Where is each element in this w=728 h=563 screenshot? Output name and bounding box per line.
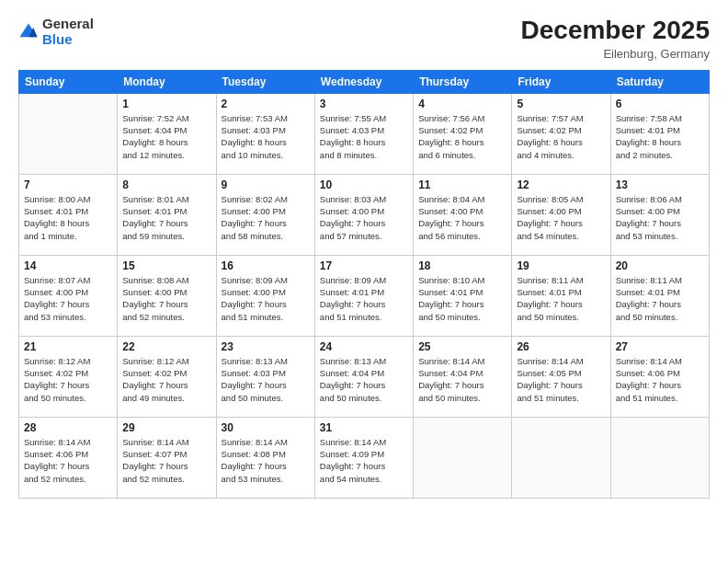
calendar-cell: 6Sunrise: 7:58 AMSunset: 4:01 PMDaylight… bbox=[610, 93, 709, 174]
day-info: Sunrise: 7:55 AMSunset: 4:03 PMDaylight:… bbox=[320, 112, 408, 161]
day-number: 22 bbox=[122, 340, 210, 353]
day-number: 11 bbox=[418, 178, 506, 191]
day-info: Sunrise: 8:03 AMSunset: 4:00 PMDaylight:… bbox=[320, 193, 408, 242]
day-number: 13 bbox=[616, 178, 704, 191]
day-info: Sunrise: 8:12 AMSunset: 4:02 PMDaylight:… bbox=[122, 355, 210, 404]
day-number: 8 bbox=[122, 178, 210, 191]
calendar-cell: 16Sunrise: 8:09 AMSunset: 4:00 PMDayligh… bbox=[216, 255, 314, 336]
location: Eilenburg, Germany bbox=[521, 47, 710, 61]
calendar-week-row: 1Sunrise: 7:52 AMSunset: 4:04 PMDaylight… bbox=[19, 93, 710, 174]
day-info: Sunrise: 8:14 AMSunset: 4:06 PMDaylight:… bbox=[24, 436, 112, 485]
calendar-cell: 28Sunrise: 8:14 AMSunset: 4:06 PMDayligh… bbox=[19, 417, 118, 498]
day-info: Sunrise: 8:05 AMSunset: 4:00 PMDaylight:… bbox=[517, 193, 605, 242]
day-number: 10 bbox=[320, 178, 408, 191]
calendar-cell: 15Sunrise: 8:08 AMSunset: 4:00 PMDayligh… bbox=[118, 255, 216, 336]
day-number: 2 bbox=[222, 98, 310, 110]
logo: General Blue bbox=[18, 17, 94, 47]
day-info: Sunrise: 8:08 AMSunset: 4:00 PMDaylight:… bbox=[122, 274, 210, 323]
day-info: Sunrise: 8:01 AMSunset: 4:01 PMDaylight:… bbox=[122, 193, 210, 242]
day-info: Sunrise: 8:02 AMSunset: 4:00 PMDaylight:… bbox=[222, 193, 310, 242]
day-number: 30 bbox=[222, 421, 310, 434]
day-info: Sunrise: 7:56 AMSunset: 4:02 PMDaylight:… bbox=[418, 112, 506, 161]
calendar-cell: 29Sunrise: 8:14 AMSunset: 4:07 PMDayligh… bbox=[118, 417, 216, 498]
calendar-cell: 7Sunrise: 8:00 AMSunset: 4:01 PMDaylight… bbox=[19, 174, 118, 255]
calendar-week-row: 21Sunrise: 8:12 AMSunset: 4:02 PMDayligh… bbox=[19, 336, 710, 417]
day-info: Sunrise: 7:52 AMSunset: 4:04 PMDaylight:… bbox=[122, 112, 210, 161]
day-info: Sunrise: 8:09 AMSunset: 4:00 PMDaylight:… bbox=[222, 274, 310, 323]
calendar-cell: 23Sunrise: 8:13 AMSunset: 4:03 PMDayligh… bbox=[216, 336, 314, 417]
calendar-cell: 1Sunrise: 7:52 AMSunset: 4:04 PMDaylight… bbox=[118, 93, 216, 174]
day-number: 18 bbox=[418, 259, 506, 272]
day-info: Sunrise: 8:11 AMSunset: 4:01 PMDaylight:… bbox=[616, 274, 704, 323]
calendar-cell: 11Sunrise: 8:04 AMSunset: 4:00 PMDayligh… bbox=[414, 174, 512, 255]
calendar-cell: 24Sunrise: 8:13 AMSunset: 4:04 PMDayligh… bbox=[314, 336, 413, 417]
day-info: Sunrise: 8:14 AMSunset: 4:05 PMDaylight:… bbox=[517, 355, 605, 404]
day-info: Sunrise: 8:13 AMSunset: 4:04 PMDaylight:… bbox=[320, 355, 408, 404]
calendar-cell bbox=[512, 417, 610, 498]
weekday-header-row: SundayMondayTuesdayWednesdayThursdayFrid… bbox=[19, 70, 710, 93]
calendar-cell bbox=[610, 417, 709, 498]
day-info: Sunrise: 8:09 AMSunset: 4:01 PMDaylight:… bbox=[320, 274, 408, 323]
calendar-week-row: 28Sunrise: 8:14 AMSunset: 4:06 PMDayligh… bbox=[19, 417, 710, 498]
day-info: Sunrise: 8:14 AMSunset: 4:04 PMDaylight:… bbox=[418, 355, 506, 404]
day-info: Sunrise: 8:14 AMSunset: 4:06 PMDaylight:… bbox=[616, 355, 704, 404]
day-number: 27 bbox=[616, 340, 704, 353]
day-number: 14 bbox=[24, 259, 112, 272]
calendar-cell: 9Sunrise: 8:02 AMSunset: 4:00 PMDaylight… bbox=[216, 174, 314, 255]
weekday-header: Monday bbox=[118, 70, 216, 93]
calendar-week-row: 7Sunrise: 8:00 AMSunset: 4:01 PMDaylight… bbox=[19, 174, 710, 255]
logo-icon bbox=[18, 22, 39, 42]
calendar-cell bbox=[19, 93, 118, 174]
day-number: 31 bbox=[320, 421, 408, 434]
day-number: 25 bbox=[418, 340, 506, 353]
calendar-cell: 20Sunrise: 8:11 AMSunset: 4:01 PMDayligh… bbox=[610, 255, 709, 336]
day-number: 6 bbox=[616, 98, 704, 110]
day-info: Sunrise: 8:10 AMSunset: 4:01 PMDaylight:… bbox=[418, 274, 506, 323]
logo-text: General Blue bbox=[42, 17, 94, 47]
day-number: 1 bbox=[122, 98, 210, 110]
day-info: Sunrise: 7:53 AMSunset: 4:03 PMDaylight:… bbox=[222, 112, 310, 161]
calendar-cell: 18Sunrise: 8:10 AMSunset: 4:01 PMDayligh… bbox=[414, 255, 512, 336]
day-number: 26 bbox=[517, 340, 605, 353]
weekday-header: Tuesday bbox=[216, 70, 314, 93]
calendar-cell bbox=[414, 417, 512, 498]
header: General Blue December 2025 Eilenburg, Ge… bbox=[18, 17, 710, 61]
calendar-cell: 3Sunrise: 7:55 AMSunset: 4:03 PMDaylight… bbox=[314, 93, 413, 174]
day-number: 3 bbox=[320, 98, 408, 110]
calendar-cell: 13Sunrise: 8:06 AMSunset: 4:00 PMDayligh… bbox=[610, 174, 709, 255]
day-info: Sunrise: 7:58 AMSunset: 4:01 PMDaylight:… bbox=[616, 112, 704, 161]
day-number: 17 bbox=[320, 259, 408, 272]
calendar-cell: 2Sunrise: 7:53 AMSunset: 4:03 PMDaylight… bbox=[216, 93, 314, 174]
title-block: December 2025 Eilenburg, Germany bbox=[521, 17, 710, 61]
calendar-cell: 25Sunrise: 8:14 AMSunset: 4:04 PMDayligh… bbox=[414, 336, 512, 417]
day-info: Sunrise: 8:14 AMSunset: 4:08 PMDaylight:… bbox=[222, 436, 310, 485]
month-title: December 2025 bbox=[521, 17, 710, 45]
calendar-week-row: 14Sunrise: 8:07 AMSunset: 4:00 PMDayligh… bbox=[19, 255, 710, 336]
day-number: 21 bbox=[24, 340, 112, 353]
day-number: 15 bbox=[122, 259, 210, 272]
calendar-cell: 22Sunrise: 8:12 AMSunset: 4:02 PMDayligh… bbox=[118, 336, 216, 417]
day-info: Sunrise: 8:14 AMSunset: 4:07 PMDaylight:… bbox=[122, 436, 210, 485]
calendar-cell: 10Sunrise: 8:03 AMSunset: 4:00 PMDayligh… bbox=[314, 174, 413, 255]
day-number: 7 bbox=[24, 178, 112, 191]
day-info: Sunrise: 8:04 AMSunset: 4:00 PMDaylight:… bbox=[418, 193, 506, 242]
day-number: 28 bbox=[24, 421, 112, 434]
day-info: Sunrise: 8:06 AMSunset: 4:00 PMDaylight:… bbox=[616, 193, 704, 242]
day-info: Sunrise: 8:00 AMSunset: 4:01 PMDaylight:… bbox=[24, 193, 112, 242]
calendar-cell: 27Sunrise: 8:14 AMSunset: 4:06 PMDayligh… bbox=[610, 336, 709, 417]
calendar-cell: 5Sunrise: 7:57 AMSunset: 4:02 PMDaylight… bbox=[512, 93, 610, 174]
day-info: Sunrise: 7:57 AMSunset: 4:02 PMDaylight:… bbox=[517, 112, 605, 161]
calendar-cell: 14Sunrise: 8:07 AMSunset: 4:00 PMDayligh… bbox=[19, 255, 118, 336]
calendar-cell: 21Sunrise: 8:12 AMSunset: 4:02 PMDayligh… bbox=[19, 336, 118, 417]
calendar-cell: 19Sunrise: 8:11 AMSunset: 4:01 PMDayligh… bbox=[512, 255, 610, 336]
day-number: 23 bbox=[222, 340, 310, 353]
calendar-cell: 8Sunrise: 8:01 AMSunset: 4:01 PMDaylight… bbox=[118, 174, 216, 255]
day-info: Sunrise: 8:12 AMSunset: 4:02 PMDaylight:… bbox=[24, 355, 112, 404]
calendar-cell: 26Sunrise: 8:14 AMSunset: 4:05 PMDayligh… bbox=[512, 336, 610, 417]
page: General Blue December 2025 Eilenburg, Ge… bbox=[0, 0, 728, 563]
day-number: 16 bbox=[222, 259, 310, 272]
weekday-header: Thursday bbox=[414, 70, 512, 93]
calendar-cell: 30Sunrise: 8:14 AMSunset: 4:08 PMDayligh… bbox=[216, 417, 314, 498]
weekday-header: Saturday bbox=[610, 70, 709, 93]
calendar-cell: 4Sunrise: 7:56 AMSunset: 4:02 PMDaylight… bbox=[414, 93, 512, 174]
